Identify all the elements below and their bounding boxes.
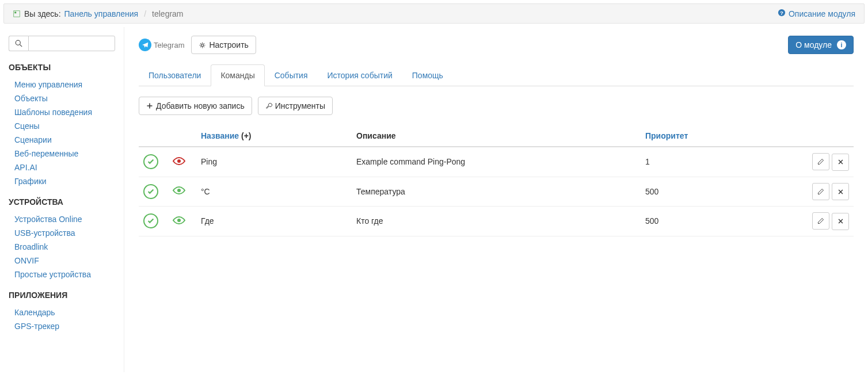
delete-button[interactable] [832, 154, 849, 171]
sidebar-item[interactable]: Простые устройства [9, 268, 115, 281]
cell-description: Example command Ping-Pong [352, 147, 641, 177]
sidebar-section-title: ОБЪЕКТЫ [9, 63, 115, 72]
sidebar-item[interactable]: Объекты [9, 91, 115, 105]
tab[interactable]: События [265, 64, 318, 86]
cell-priority: 500 [641, 207, 802, 236]
sidebar-item[interactable]: Сцены [9, 119, 115, 133]
sidebar-item[interactable]: Сценарии [9, 133, 115, 147]
about-module-button[interactable]: О модуле i [788, 36, 854, 54]
cell-description: Кто где [352, 207, 641, 236]
col-priority-link[interactable]: Приоритет [645, 131, 688, 140]
status-check-icon[interactable] [143, 184, 158, 199]
breadcrumb: Вы здесь: Панель управления / telegram ?… [3, 3, 865, 24]
status-check-icon[interactable] [143, 154, 158, 169]
tab[interactable]: Пользователи [139, 64, 211, 86]
table-row: °CТемпература500 [139, 177, 854, 207]
commands-table: Название (+) Описание Приоритет PingExam… [139, 125, 854, 236]
tab[interactable]: Помощь [402, 64, 453, 86]
sidebar-item[interactable]: Календарь [9, 305, 115, 319]
table-row: ГдеКто где500 [139, 207, 854, 236]
search-input[interactable] [28, 36, 115, 51]
breadcrumb-separator: / [142, 9, 149, 18]
sidebar-section-title: ПРИЛОЖЕНИЯ [9, 291, 115, 300]
search-button[interactable] [9, 36, 28, 51]
svg-point-6 [201, 44, 204, 46]
svg-text:?: ? [780, 10, 783, 16]
tab[interactable]: История событий [318, 64, 402, 86]
delete-button[interactable] [832, 213, 849, 230]
cell-priority: 1 [641, 147, 802, 177]
breadcrumb-panel-link[interactable]: Панель управления [64, 9, 139, 18]
add-record-button[interactable]: Добавить новую запись [139, 97, 252, 115]
wrench-icon [265, 102, 272, 109]
status-check-icon[interactable] [143, 213, 158, 228]
cell-name: Где [196, 207, 352, 236]
breadcrumb-current: telegram [152, 9, 183, 18]
tools-button[interactable]: Инструменты [258, 97, 333, 115]
cell-description: Температура [352, 177, 641, 207]
module-help-link[interactable]: ? Описание модуля [778, 9, 855, 18]
configure-label: Настроить [209, 40, 248, 49]
info-icon: i [837, 40, 846, 49]
svg-point-9 [177, 219, 181, 222]
telegram-icon [139, 39, 151, 51]
svg-point-7 [177, 159, 181, 163]
tools-label: Инструменты [275, 101, 325, 110]
main-content: Telegram Настроить О модуле i Пользовате… [124, 27, 868, 372]
sidebar-item[interactable]: USB-устройства [9, 226, 115, 240]
col-header-priority[interactable]: Приоритет [641, 125, 802, 147]
tab[interactable]: Команды [211, 64, 264, 86]
eye-icon[interactable] [172, 188, 186, 197]
tabs: ПользователиКомандыСобытияИстория событи… [139, 64, 854, 86]
home-icon [13, 10, 21, 18]
cell-priority: 500 [641, 177, 802, 207]
sidebar-item[interactable]: ONVIF [9, 254, 115, 268]
plus-icon [146, 102, 153, 109]
delete-button[interactable] [832, 183, 849, 200]
question-icon: ? [778, 9, 786, 18]
svg-line-5 [20, 45, 22, 47]
sidebar: ОБЪЕКТЫМеню управленияОбъектыШаблоны пов… [0, 27, 124, 372]
module-badge: Telegram [139, 39, 184, 51]
edit-button[interactable] [812, 183, 829, 200]
about-label: О модуле [795, 40, 832, 49]
cell-name: °C [196, 177, 352, 207]
col-name-link[interactable]: Название [201, 131, 239, 140]
svg-point-8 [177, 189, 181, 192]
cell-name: Ping [196, 147, 352, 177]
gear-icon [199, 41, 206, 49]
col-header-name[interactable]: Название (+) [196, 125, 352, 147]
svg-rect-1 [14, 12, 16, 13]
sidebar-item[interactable]: Устройства Online [9, 212, 115, 226]
sidebar-item[interactable]: Шаблоны поведения [9, 105, 115, 119]
sidebar-item[interactable]: Графики [9, 174, 115, 188]
sidebar-item[interactable]: API.AI [9, 161, 115, 174]
module-help-label: Описание модуля [789, 9, 855, 18]
sidebar-item[interactable]: GPS-трекер [9, 319, 115, 333]
sidebar-item[interactable]: Веб-переменные [9, 147, 115, 161]
breadcrumb-here: Вы здесь: [24, 9, 61, 18]
svg-point-4 [16, 40, 20, 45]
sidebar-item[interactable]: Меню управления [9, 78, 115, 91]
col-name-suffix: (+) [241, 131, 252, 140]
edit-button[interactable] [812, 153, 829, 170]
configure-button[interactable]: Настроить [191, 36, 256, 54]
sidebar-item[interactable]: Broadlink [9, 240, 115, 254]
table-row: PingExample command Ping-Pong1 [139, 147, 854, 177]
eye-icon[interactable] [172, 218, 186, 227]
search-icon [15, 40, 22, 47]
eye-icon[interactable] [172, 159, 186, 168]
module-name: Telegram [154, 41, 184, 49]
col-header-description: Описание [352, 125, 641, 147]
sidebar-section-title: УСТРОЙСТВА [9, 197, 115, 207]
edit-button[interactable] [812, 212, 829, 230]
add-record-label: Добавить новую запись [156, 101, 245, 110]
